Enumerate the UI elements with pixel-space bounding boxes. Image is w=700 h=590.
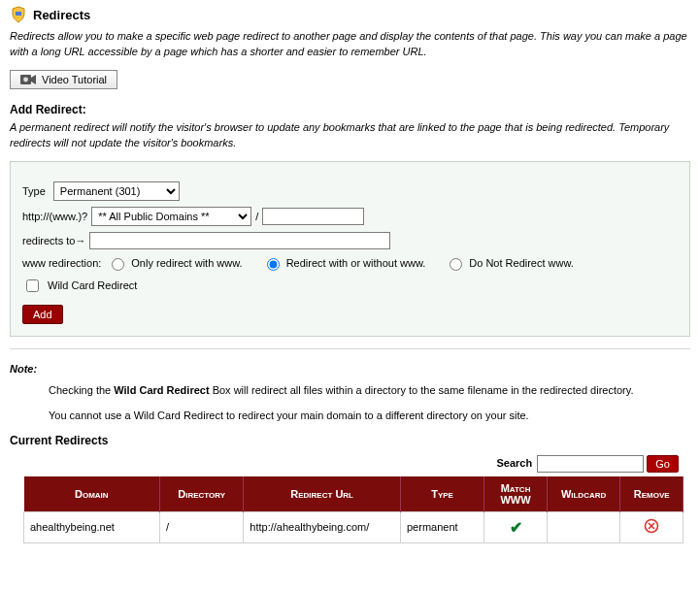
video-tutorial-label: Video Tutorial — [42, 74, 107, 85]
search-input[interactable] — [537, 455, 644, 473]
search-label: Search — [496, 457, 532, 469]
domain-select[interactable]: ** All Public Domains ** — [91, 207, 251, 226]
type-label: Type — [22, 185, 46, 197]
col-type[interactable]: Type — [400, 476, 483, 512]
col-domain[interactable]: Domain — [24, 476, 160, 512]
add-redirect-heading: Add Redirect: — [10, 103, 690, 116]
note-heading: Note: — [10, 363, 690, 375]
target-input[interactable] — [89, 232, 390, 249]
wildcard-label: Wild Card Redirect — [48, 279, 137, 291]
table-row: ahealthybeing.net/http://ahealthybeing.c… — [24, 511, 683, 542]
check-icon: ✔ — [510, 519, 522, 536]
video-icon — [20, 74, 36, 85]
add-redirect-form: Type Permanent (301) http://(www.)? ** A… — [10, 161, 690, 337]
col-redirect-url[interactable]: Redirect Url — [244, 476, 401, 512]
table-cell — [547, 511, 619, 542]
type-select[interactable]: Permanent (301) — [53, 181, 180, 201]
col-match-www[interactable]: Match WWW — [484, 476, 548, 512]
col-wildcard[interactable]: Wildcard — [547, 476, 619, 512]
add-button[interactable]: Add — [22, 305, 63, 324]
www-both-label: Redirect with or without www. — [286, 257, 426, 269]
current-redirects-heading: Current Redirects — [10, 434, 690, 447]
remove-cell — [620, 511, 683, 542]
remove-icon[interactable] — [644, 524, 659, 536]
col-directory[interactable]: Directory — [160, 476, 244, 512]
www-none-label: Do Not Redirect www. — [469, 257, 574, 269]
table-cell: ahealthybeing.net — [24, 511, 160, 542]
slash-label: / — [255, 211, 258, 222]
col-remove[interactable]: Remove — [620, 476, 683, 512]
path-input[interactable] — [262, 208, 364, 225]
www-both-radio[interactable] — [267, 258, 280, 271]
www-none-radio[interactable] — [450, 258, 462, 271]
search-go-button[interactable]: Go — [647, 455, 679, 473]
video-tutorial-button[interactable]: Video Tutorial — [10, 70, 117, 89]
www-only-radio[interactable] — [112, 258, 124, 271]
add-redirect-description: A permanent redirect will notify the vis… — [10, 120, 690, 151]
intro-text: Redirects allow you to make a specific w… — [10, 29, 690, 60]
note-body: Checking the Wild Card Redirect Box will… — [49, 382, 690, 424]
match-www-cell: ✔ — [484, 511, 548, 542]
divider — [10, 348, 690, 349]
table-cell: permanent — [400, 511, 483, 542]
redirects-table: Domain Directory Redirect Url Type Match… — [23, 476, 683, 543]
svg-marker-2 — [31, 75, 36, 84]
www-redirection-label: www redirection: — [22, 257, 101, 269]
redirects-to-label: redirects to→ — [22, 235, 85, 246]
wildcard-checkbox[interactable] — [26, 279, 39, 292]
table-cell: / — [160, 511, 244, 542]
page-title: Redirects — [33, 8, 90, 22]
www-only-label: Only redirect with www. — [131, 257, 242, 269]
redirects-icon — [10, 6, 27, 23]
svg-rect-0 — [16, 12, 21, 16]
table-cell: http://ahealthybeing.com/ — [244, 511, 401, 542]
url-prefix-label: http://(www.)? — [22, 211, 87, 222]
svg-point-3 — [23, 77, 28, 82]
